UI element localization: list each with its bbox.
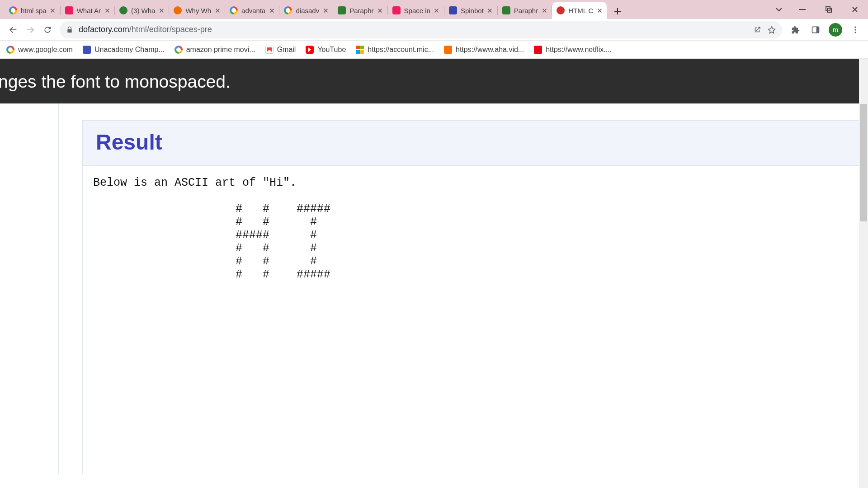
- scrollbar-thumb[interactable]: [860, 104, 867, 221]
- editor-left-panel: [0, 103, 59, 474]
- bookmarks-bar: www.google.comUnacademy Champ...amazon p…: [0, 41, 868, 59]
- close-icon: [377, 8, 382, 13]
- bookmark-item[interactable]: https://www.netflix....: [534, 46, 612, 54]
- bookmark-item[interactable]: YouTube: [306, 46, 346, 54]
- arrow-right-icon: [25, 25, 35, 35]
- tab-label: Why Wh: [185, 7, 211, 14]
- bookmark-item[interactable]: https://account.mic...: [356, 46, 434, 54]
- close-icon: [542, 8, 547, 13]
- bookmark-item[interactable]: Unacademy Champ...: [83, 46, 165, 54]
- bookmark-item[interactable]: Gmail: [265, 46, 296, 54]
- browser-tab[interactable]: What Ar: [61, 2, 114, 19]
- chrome-menu-button[interactable]: [847, 22, 863, 38]
- svg-point-7: [854, 32, 856, 33]
- quill-green-icon: [338, 6, 346, 14]
- bookmark-item[interactable]: https://www.aha.vid...: [444, 46, 524, 54]
- window-close-button[interactable]: [842, 0, 868, 19]
- new-tab-button[interactable]: [610, 4, 625, 19]
- puzzle-icon: [791, 25, 800, 34]
- svg-rect-4: [816, 27, 819, 33]
- tab-close-button[interactable]: [322, 7, 329, 14]
- tab-label: Paraphr: [349, 7, 373, 14]
- tab-search-button[interactable]: [769, 0, 789, 19]
- browser-tab[interactable]: Space in: [388, 2, 444, 19]
- browser-tab[interactable]: HTML C: [552, 2, 607, 19]
- tab-close-button[interactable]: [268, 7, 275, 14]
- profile-avatar[interactable]: m: [827, 22, 844, 38]
- tab-close-button[interactable]: [104, 7, 111, 14]
- address-host: dofactory.com: [79, 25, 129, 34]
- bookmark-item[interactable]: www.google.com: [6, 46, 73, 54]
- window-maximize-button[interactable]: [816, 0, 842, 19]
- bookmark-label: YouTube: [317, 46, 346, 54]
- svg-rect-0: [799, 9, 806, 10]
- kebab-icon: [851, 25, 860, 34]
- close-icon: [105, 8, 110, 13]
- close-icon: [434, 8, 439, 13]
- tab-close-button[interactable]: [214, 7, 221, 14]
- minimize-icon: [799, 6, 806, 13]
- svg-rect-1: [826, 7, 830, 11]
- nf-icon: [534, 46, 542, 54]
- do-icon: [557, 6, 565, 14]
- reload-icon: [43, 25, 52, 34]
- tab-label: html spa: [21, 7, 47, 14]
- side-panel-button[interactable]: [807, 22, 824, 38]
- window-minimize-button[interactable]: [789, 0, 816, 19]
- close-icon: [215, 8, 220, 13]
- header-strip-text: nges the font to monospaced.: [0, 71, 859, 93]
- tab-label: (3) Wha: [131, 7, 155, 14]
- address-bar[interactable]: dofactory.com/html/editor/spaces-pre: [60, 21, 782, 38]
- browser-tab[interactable]: advanta: [225, 2, 279, 19]
- bookmark-label: https://www.aha.vid...: [456, 46, 524, 54]
- tab-close-button[interactable]: [596, 7, 603, 14]
- browser-tab[interactable]: diasadv: [279, 2, 333, 19]
- avatar-initial: m: [829, 23, 842, 37]
- tab-close-button[interactable]: [486, 7, 494, 14]
- browser-tab[interactable]: Paraphr: [333, 2, 387, 19]
- address-path: /html/editor/spaces-pre: [129, 25, 212, 34]
- gmail-icon: [265, 46, 274, 54]
- spin-icon: [449, 6, 457, 14]
- tab-close-button[interactable]: [433, 7, 440, 14]
- close-icon: [159, 8, 164, 13]
- bookmark-star-icon[interactable]: [768, 26, 776, 34]
- nav-back-button[interactable]: [5, 21, 22, 38]
- address-url: dofactory.com/html/editor/spaces-pre: [79, 25, 753, 34]
- tab-label: Space in: [404, 7, 430, 14]
- bookmark-item[interactable]: amazon prime movi...: [175, 46, 255, 54]
- tab-close-button[interactable]: [49, 7, 57, 14]
- result-heading: Result: [96, 130, 847, 155]
- bookmark-label: Unacademy Champ...: [94, 46, 165, 54]
- bookmark-label: https://account.mic...: [368, 46, 434, 54]
- extensions-button[interactable]: [788, 22, 804, 38]
- share-icon[interactable]: [753, 26, 761, 34]
- browser-tab[interactable]: Why Wh: [169, 2, 225, 19]
- close-icon: [597, 8, 602, 13]
- maximize-icon: [826, 6, 832, 13]
- browser-tab[interactable]: html spa: [5, 2, 60, 19]
- un-icon: [83, 46, 91, 54]
- side-panel-icon: [811, 25, 820, 34]
- orange-circ-icon: [174, 6, 182, 14]
- result-pre-output: Below is an ASCII art of "Hi". # # #####…: [83, 166, 860, 291]
- tab-close-button[interactable]: [158, 7, 165, 14]
- google-icon: [284, 6, 292, 14]
- vertical-scrollbar[interactable]: [859, 59, 868, 488]
- lock-icon: [66, 26, 73, 33]
- tab-label: HTML C: [568, 7, 593, 14]
- yt-icon: [306, 46, 314, 54]
- browser-tab[interactable]: Paraphr: [498, 2, 552, 19]
- google-icon: [175, 46, 183, 54]
- arrow-left-icon: [8, 25, 18, 35]
- browser-tab[interactable]: (3) Wha: [115, 2, 169, 19]
- window-controls: [769, 0, 868, 19]
- bookmark-label: https://www.netflix....: [546, 46, 612, 54]
- page-content: nges the font to monospaced. Result Belo…: [0, 59, 868, 488]
- tab-close-button[interactable]: [541, 7, 548, 14]
- nav-forward-button[interactable]: [22, 21, 39, 38]
- tab-close-button[interactable]: [377, 7, 384, 14]
- browser-tab[interactable]: Spinbot: [444, 2, 497, 19]
- ms-icon: [356, 46, 364, 54]
- nav-reload-button[interactable]: [39, 21, 56, 38]
